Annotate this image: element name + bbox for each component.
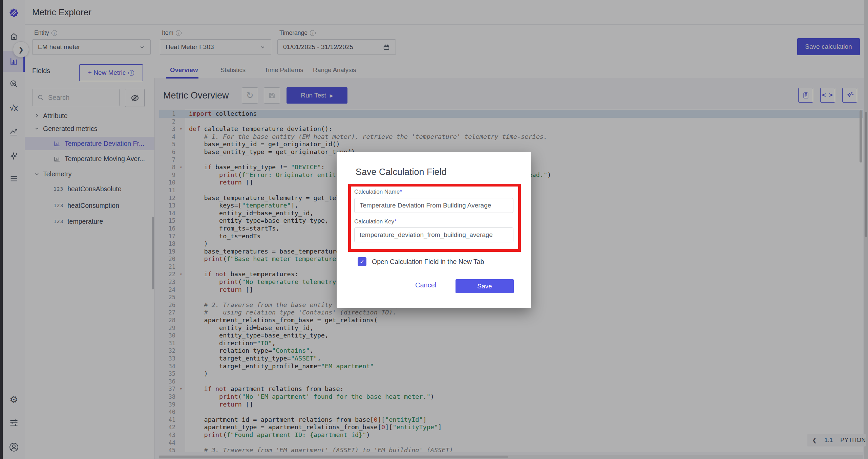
- save-button[interactable]: Save: [456, 279, 514, 293]
- save-calculation-modal: Save Calculation Field Calculation Name*…: [337, 152, 531, 308]
- metric-explorer-app: √x ⚙ ❯ Metric Explorer Entityi EM heat m…: [0, 0, 868, 459]
- modal-title: Save Calculation Field: [356, 167, 447, 177]
- open-in-new-tab-checkbox[interactable]: ✓: [358, 257, 366, 266]
- checkbox-label: Open Calculation Field in the New Tab: [372, 258, 484, 266]
- check-icon: ✓: [360, 258, 364, 265]
- cancel-button[interactable]: Cancel: [415, 281, 436, 289]
- annotation-red-box: [348, 184, 521, 252]
